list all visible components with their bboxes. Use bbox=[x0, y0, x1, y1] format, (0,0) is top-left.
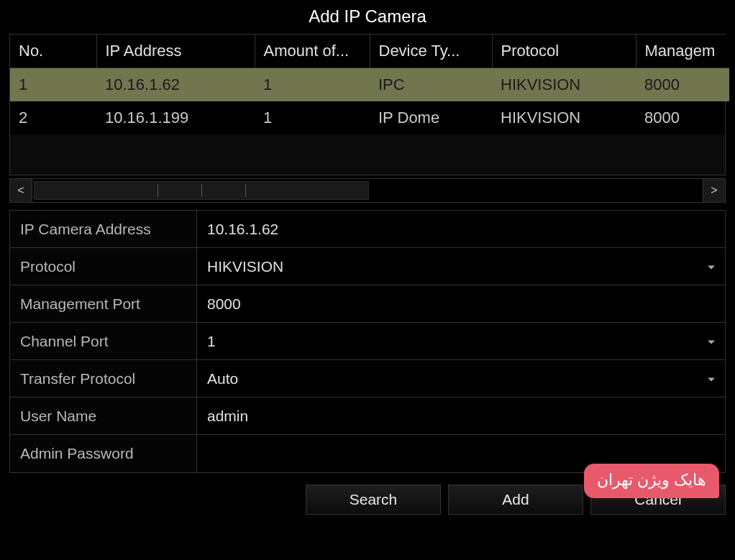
label-channel-port: Channel Port bbox=[10, 323, 197, 359]
table-cell: HIKVISION bbox=[492, 68, 636, 102]
table-empty-space bbox=[10, 134, 725, 175]
table-cell: HIKVISION bbox=[492, 101, 636, 134]
label-transfer-protocol: Transfer Protocol bbox=[10, 360, 197, 397]
row-protocol: Protocol HIKVISION bbox=[10, 248, 725, 285]
add-button[interactable]: Add bbox=[448, 485, 583, 515]
col-header[interactable]: No. bbox=[10, 35, 96, 68]
device-table: No.IP AddressAmount of...Device Ty...Pro… bbox=[10, 35, 729, 134]
admin-password-input[interactable] bbox=[207, 445, 715, 462]
row-channel-port: Channel Port 1 bbox=[10, 323, 725, 360]
label-admin-password: Admin Password bbox=[10, 435, 197, 472]
table-cell: IPC bbox=[370, 68, 492, 102]
camera-form: IP Camera Address Protocol HIKVISION Man… bbox=[9, 210, 726, 473]
row-ip-camera-address: IP Camera Address bbox=[10, 211, 725, 248]
device-table-wrap: No.IP AddressAmount of...Device Ty...Pro… bbox=[9, 34, 726, 175]
scroll-right-button[interactable]: > bbox=[703, 178, 726, 203]
chevron-down-icon bbox=[708, 377, 715, 381]
label-ip-camera-address: IP Camera Address bbox=[10, 211, 197, 247]
watermark-badge: هایک ویژن تهران bbox=[584, 464, 719, 498]
table-row[interactable]: 110.16.1.621IPCHIKVISION8000 bbox=[10, 68, 729, 102]
field-channel-port[interactable]: 1 bbox=[197, 323, 725, 359]
ip-camera-address-input[interactable] bbox=[207, 221, 715, 238]
col-header[interactable]: Managem bbox=[636, 35, 729, 68]
user-name-input[interactable] bbox=[207, 408, 715, 425]
field-management-port[interactable] bbox=[197, 285, 725, 322]
field-user-name[interactable] bbox=[197, 398, 725, 434]
table-cell: 1 bbox=[255, 101, 370, 134]
table-cell: IP Dome bbox=[370, 101, 492, 134]
scroll-track[interactable] bbox=[32, 178, 703, 203]
table-cell: 1 bbox=[255, 68, 370, 102]
scroll-thumb[interactable] bbox=[34, 181, 369, 200]
table-cell: 8000 bbox=[636, 68, 729, 102]
protocol-value: HIKVISION bbox=[207, 258, 283, 275]
management-port-input[interactable] bbox=[207, 295, 715, 313]
col-header[interactable]: IP Address bbox=[96, 35, 255, 68]
field-ip-camera-address[interactable] bbox=[197, 211, 725, 247]
row-transfer-protocol: Transfer Protocol Auto bbox=[10, 360, 725, 398]
field-transfer-protocol[interactable]: Auto bbox=[197, 360, 725, 397]
channel-port-value: 1 bbox=[207, 333, 216, 350]
col-header[interactable]: Amount of... bbox=[255, 35, 370, 68]
field-protocol[interactable]: HIKVISION bbox=[197, 248, 725, 285]
col-header[interactable]: Protocol bbox=[492, 35, 636, 68]
chevron-down-icon bbox=[708, 340, 715, 344]
table-cell: 10.16.1.199 bbox=[96, 101, 255, 134]
table-cell: 1 bbox=[10, 68, 96, 102]
search-button[interactable]: Search bbox=[306, 485, 441, 515]
table-cell: 2 bbox=[10, 101, 96, 134]
table-row[interactable]: 210.16.1.1991IP DomeHIKVISION8000 bbox=[10, 101, 729, 134]
dialog-title: Add IP Camera bbox=[1, 1, 734, 34]
table-cell: 8000 bbox=[636, 101, 729, 134]
scroll-left-button[interactable]: < bbox=[9, 178, 32, 203]
col-header[interactable]: Device Ty... bbox=[370, 35, 492, 68]
horizontal-scrollbar: < > bbox=[9, 178, 726, 203]
row-management-port: Management Port bbox=[10, 285, 725, 323]
label-management-port: Management Port bbox=[10, 285, 197, 322]
add-ip-camera-dialog: Add IP Camera No.IP AddressAmount of...D… bbox=[0, 0, 735, 560]
table-header-row: No.IP AddressAmount of...Device Ty...Pro… bbox=[10, 35, 729, 68]
chevron-down-icon bbox=[708, 265, 715, 269]
table-cell: 10.16.1.62 bbox=[96, 68, 255, 102]
label-protocol: Protocol bbox=[10, 248, 197, 285]
transfer-protocol-value: Auto bbox=[207, 370, 238, 387]
row-user-name: User Name bbox=[10, 398, 725, 435]
label-user-name: User Name bbox=[10, 398, 197, 434]
